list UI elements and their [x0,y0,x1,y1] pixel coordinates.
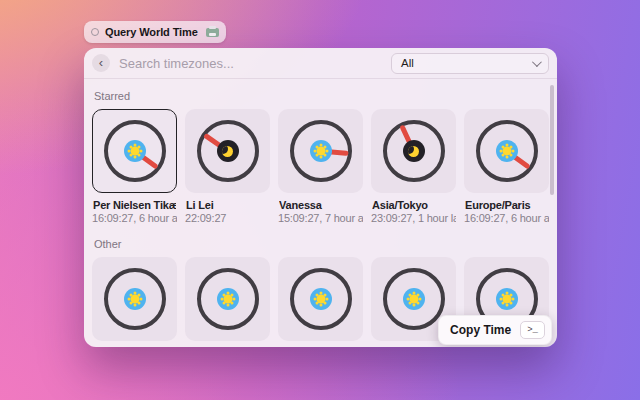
filter-value: All [401,57,414,69]
sun-icon [132,296,138,302]
timezone-name: Li Lei [186,199,269,211]
sun-icon [318,148,324,154]
day-night-icon [496,140,518,162]
timezone-name: Vanessa [279,199,362,211]
record-circle-icon [91,28,99,36]
section-label: Other [94,238,547,250]
desktop-background: Query World Time ‹ Search timezones... A… [0,0,640,400]
timezone-time: 23:09:27, 1 hour later [371,212,456,224]
clock-card[interactable] [185,257,270,341]
timezone-time: 15:09:27, 7 hour ago [278,212,363,224]
clock-card[interactable] [92,257,177,341]
day-night-icon [403,140,425,162]
search-header: ‹ Search timezones... All [84,48,557,79]
moon-icon [222,146,233,157]
sun-icon [318,296,324,302]
sun-icon [132,148,138,154]
clock-cell: Vanessa 15:09:27, 7 hour ago [278,109,363,224]
chevron-down-icon [532,57,542,67]
day-night-icon [403,288,425,310]
clock-section: Starred Per Nielsen Tikær 16:09:27, 6 ho… [92,90,549,224]
scrollbar-thumb[interactable] [550,85,554,195]
timezone-time: 16:09:27, 6 hour ago [464,212,549,224]
section-label: Starred [94,90,547,102]
day-night-icon [310,288,332,310]
day-night-icon [124,288,146,310]
clock-cell: Asia/Tokyo 23:09:27, 1 hour later [371,109,456,224]
clock-cell: Per Nielsen Tikær 16:09:27, 6 hour ago [92,109,177,224]
day-night-icon [310,140,332,162]
actions-shortcut-button[interactable]: >_ [520,321,545,339]
command-title: Query World Time [105,26,198,38]
clock-cell: Africa/Algiers [278,257,363,347]
clock-card[interactable] [278,109,363,193]
clock-grid-content: Starred Per Nielsen Tikær 16:09:27, 6 ho… [84,79,557,347]
clock-grid: Per Nielsen Tikær 16:09:27, 6 hour ago L… [92,109,549,224]
sun-icon [411,296,417,302]
clock-card[interactable] [92,109,177,193]
clock-card[interactable] [371,109,456,193]
clock-card[interactable] [185,109,270,193]
back-chevron-icon: ‹ [99,56,103,69]
timezone-name: Per Nielsen Tikær [93,199,176,211]
search-input[interactable]: Search timezones... [119,56,234,71]
clock-cell: Europe/Paris 16:09:27, 6 hour ago [464,109,549,224]
day-night-icon [496,288,518,310]
clock-card[interactable] [278,257,363,341]
day-night-icon [217,140,239,162]
printer-icon [206,28,219,37]
sun-icon [504,148,510,154]
back-button[interactable]: ‹ [92,54,110,72]
copy-time-button[interactable]: Copy Time [450,323,511,337]
timezone-name: Asia/Tokyo [372,199,455,211]
day-night-icon [217,288,239,310]
clock-cell: Africa/Accra [185,257,270,347]
filter-dropdown[interactable]: All [391,53,549,74]
timezone-name: Europe/Paris [465,199,548,211]
clock-cell: Li Lei 22:09:27 [185,109,270,224]
sun-icon [504,296,510,302]
moon-icon [408,146,419,157]
clock-cell: Africa/Abidjan [92,257,177,347]
world-time-window: ‹ Search timezones... All Starred Per Ni… [84,48,557,347]
timezone-time: 16:09:27, 6 hour ago [92,212,177,224]
timezone-time: 22:09:27 [185,212,270,224]
day-night-icon [124,140,146,162]
clock-card[interactable] [464,109,549,193]
sun-icon [225,296,231,302]
command-title-pill[interactable]: Query World Time [84,21,226,43]
copy-time-hud: Copy Time >_ [438,315,552,345]
